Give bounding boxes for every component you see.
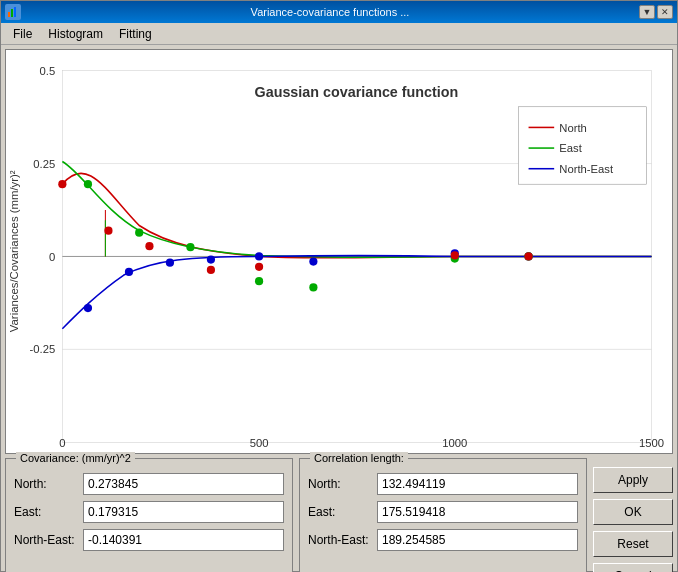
covariance-east-row: East: bbox=[14, 501, 284, 523]
svg-text:Variances/Covariances (mm/yr)²: Variances/Covariances (mm/yr)² bbox=[8, 170, 20, 332]
cancel-button[interactable]: Cancel bbox=[593, 563, 673, 572]
correlation-east-label: East: bbox=[308, 505, 373, 519]
correlation-legend: Correlation length: bbox=[310, 452, 408, 464]
svg-rect-2 bbox=[14, 7, 16, 17]
svg-rect-1 bbox=[11, 9, 13, 17]
minimize-button[interactable]: ▼ bbox=[639, 5, 655, 19]
svg-point-34 bbox=[309, 283, 317, 291]
chart-area: 0.5 0.25 0 -0.25 0 500 1000 1500 Varianc… bbox=[5, 49, 673, 454]
svg-text:North-East: North-East bbox=[559, 163, 614, 175]
svg-text:Gaussian covariance function: Gaussian covariance function bbox=[255, 84, 459, 100]
svg-point-25 bbox=[207, 255, 215, 263]
bottom-panel: Covariance: (mm/yr)^2 North: East: North… bbox=[5, 458, 673, 572]
svg-text:East: East bbox=[559, 142, 582, 154]
svg-point-22 bbox=[84, 304, 92, 312]
app-icon bbox=[5, 4, 21, 20]
correlation-north-label: North: bbox=[308, 477, 373, 491]
svg-text:-0.25: -0.25 bbox=[30, 343, 56, 355]
svg-text:0: 0 bbox=[59, 437, 65, 449]
correlation-north-row: North: bbox=[308, 473, 578, 495]
svg-text:500: 500 bbox=[250, 437, 269, 449]
menu-file[interactable]: File bbox=[5, 25, 40, 43]
title-bar-left bbox=[5, 4, 21, 20]
window-title: Variance-covariance functions ... bbox=[21, 6, 639, 18]
main-window: Variance-covariance functions ... ▼ ✕ Fi… bbox=[0, 0, 678, 572]
close-button[interactable]: ✕ bbox=[657, 5, 673, 19]
svg-point-23 bbox=[125, 268, 133, 276]
correlation-north-input[interactable] bbox=[377, 473, 578, 495]
apply-button[interactable]: Apply bbox=[593, 467, 673, 493]
svg-text:0: 0 bbox=[49, 251, 55, 263]
covariance-legend: Covariance: (mm/yr)^2 bbox=[16, 452, 135, 464]
title-bar: Variance-covariance functions ... ▼ ✕ bbox=[1, 1, 677, 23]
reset-button[interactable]: Reset bbox=[593, 531, 673, 557]
svg-point-41 bbox=[255, 263, 263, 271]
svg-point-33 bbox=[255, 277, 263, 285]
covariance-east-label: East: bbox=[14, 505, 79, 519]
chart-svg: 0.5 0.25 0 -0.25 0 500 1000 1500 Varianc… bbox=[6, 50, 672, 453]
menu-bar: File Histogram Fitting bbox=[1, 23, 677, 45]
covariance-north-row: North: bbox=[14, 473, 284, 495]
svg-point-43 bbox=[524, 252, 532, 260]
main-content: 0.5 0.25 0 -0.25 0 500 1000 1500 Varianc… bbox=[1, 45, 677, 572]
correlation-northeast-row: North-East: bbox=[308, 529, 578, 551]
covariance-northeast-row: North-East: bbox=[14, 529, 284, 551]
svg-point-31 bbox=[135, 229, 143, 237]
ok-button[interactable]: OK bbox=[593, 499, 673, 525]
svg-point-42 bbox=[451, 251, 459, 259]
covariance-box: Covariance: (mm/yr)^2 North: East: North… bbox=[5, 458, 293, 572]
svg-point-39 bbox=[145, 242, 153, 250]
correlation-northeast-label: North-East: bbox=[308, 533, 373, 547]
svg-text:0.5: 0.5 bbox=[40, 65, 56, 77]
covariance-east-input[interactable] bbox=[83, 501, 284, 523]
svg-point-24 bbox=[166, 259, 174, 267]
correlation-east-row: East: bbox=[308, 501, 578, 523]
svg-text:1000: 1000 bbox=[442, 437, 467, 449]
correlation-box: Correlation length: North: East: North-E… bbox=[299, 458, 587, 572]
title-bar-buttons: ▼ ✕ bbox=[639, 5, 673, 19]
svg-point-32 bbox=[186, 243, 194, 251]
svg-rect-0 bbox=[8, 12, 10, 17]
correlation-east-input[interactable] bbox=[377, 501, 578, 523]
svg-text:North: North bbox=[559, 122, 587, 134]
covariance-northeast-label: North-East: bbox=[14, 533, 79, 547]
svg-point-38 bbox=[104, 227, 112, 235]
covariance-northeast-input[interactable] bbox=[83, 529, 284, 551]
buttons-panel: Apply OK Reset Cancel bbox=[593, 458, 673, 572]
correlation-northeast-input[interactable] bbox=[377, 529, 578, 551]
svg-point-26 bbox=[255, 252, 263, 260]
menu-histogram[interactable]: Histogram bbox=[40, 25, 111, 43]
svg-point-27 bbox=[309, 257, 317, 265]
svg-text:0.25: 0.25 bbox=[33, 158, 55, 170]
covariance-north-label: North: bbox=[14, 477, 79, 491]
svg-text:1500: 1500 bbox=[639, 437, 664, 449]
svg-point-40 bbox=[207, 266, 215, 274]
svg-point-37 bbox=[58, 180, 66, 188]
covariance-north-input[interactable] bbox=[83, 473, 284, 495]
menu-fitting[interactable]: Fitting bbox=[111, 25, 160, 43]
svg-point-30 bbox=[84, 180, 92, 188]
